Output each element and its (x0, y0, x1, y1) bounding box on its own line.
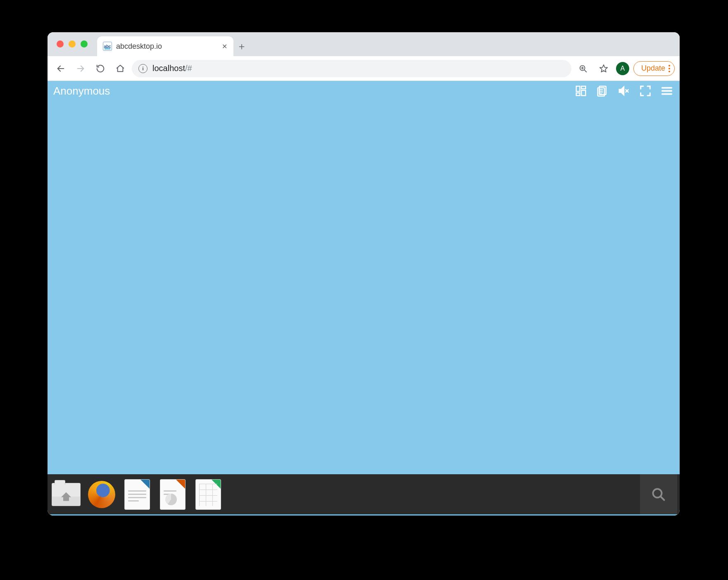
writer-icon (124, 479, 150, 510)
svg-rect-10 (581, 90, 585, 96)
zoom-icon (578, 64, 588, 73)
window-controls (57, 40, 88, 48)
avatar-initial: A (621, 65, 625, 72)
bottom-accent-strip (48, 514, 680, 516)
zoom-button[interactable] (575, 60, 591, 77)
calc-icon (195, 479, 221, 510)
fullscreen-icon (639, 85, 652, 97)
toolbar-actions: A Update (575, 60, 675, 77)
clipboard-button[interactable] (595, 84, 609, 98)
dock-item-firefox[interactable] (86, 478, 118, 511)
firefox-icon (88, 481, 115, 508)
arrow-right-icon (76, 64, 85, 73)
volume-mute-icon (618, 85, 630, 97)
dock-item-calc[interactable] (192, 478, 224, 511)
profile-avatar[interactable]: A (616, 62, 629, 75)
tab-favicon-icon: abc (103, 42, 112, 51)
home-icon (116, 64, 125, 73)
svg-marker-16 (619, 87, 624, 95)
tab-title: abcdesktop.io (116, 42, 217, 51)
hamburger-menu-icon (661, 85, 673, 97)
dock-item-writer[interactable] (121, 478, 153, 511)
svg-line-23 (661, 496, 664, 500)
address-bar[interactable]: i localhost/# (132, 60, 571, 77)
desktop-user-label: Anonymous (53, 85, 110, 97)
dock-item-impress[interactable] (157, 478, 189, 511)
reload-icon (96, 64, 105, 73)
site-info-icon[interactable]: i (138, 64, 148, 73)
tab-close-button[interactable]: ✕ (221, 43, 228, 50)
new-tab-button[interactable]: ＋ (233, 36, 250, 56)
window-zoom-button[interactable] (81, 40, 88, 48)
url-text: localhost/# (152, 64, 565, 73)
favicon-text: abc (104, 44, 111, 49)
impress-icon (160, 479, 186, 510)
svg-line-3 (584, 70, 586, 72)
browser-toolbar: i localhost/# A Update (48, 56, 680, 81)
search-icon (651, 487, 666, 502)
update-label: Update (641, 64, 665, 73)
url-path: /# (185, 64, 192, 73)
back-button[interactable] (52, 60, 69, 77)
apps-grid-icon (575, 85, 587, 97)
menu-button[interactable] (660, 84, 674, 98)
window-minimize-button[interactable] (69, 40, 76, 48)
star-icon (599, 64, 608, 73)
dock-item-files[interactable] (50, 478, 82, 511)
fullscreen-button[interactable] (638, 84, 652, 98)
mute-button[interactable] (617, 84, 631, 98)
arrow-left-icon (56, 64, 65, 73)
update-button[interactable]: Update (633, 61, 675, 76)
svg-rect-9 (581, 86, 585, 89)
desktop-actions (574, 84, 674, 98)
bookmark-button[interactable] (595, 60, 612, 77)
apps-grid-button[interactable] (574, 84, 588, 98)
kebab-menu-icon (669, 65, 670, 72)
svg-marker-6 (600, 64, 607, 71)
tab-bar: abc abcdesktop.io ✕ ＋ (48, 32, 680, 56)
dock (48, 474, 680, 514)
clipboard-icon (596, 85, 609, 97)
page-viewport: Anonymous (48, 81, 680, 516)
svg-rect-7 (576, 86, 580, 92)
window-close-button[interactable] (57, 40, 64, 48)
home-button[interactable] (112, 60, 128, 77)
files-icon (52, 483, 81, 506)
dock-search-button[interactable] (640, 474, 677, 514)
url-host: localhost (152, 64, 185, 73)
svg-rect-8 (576, 93, 580, 95)
desktop-topbar: Anonymous (48, 81, 680, 101)
browser-tab[interactable]: abc abcdesktop.io ✕ (97, 36, 233, 56)
browser-window: abc abcdesktop.io ✕ ＋ i localhost/# (48, 32, 680, 516)
remote-desktop[interactable]: Anonymous (48, 81, 680, 474)
reload-button[interactable] (92, 60, 109, 77)
forward-button[interactable] (72, 60, 89, 77)
